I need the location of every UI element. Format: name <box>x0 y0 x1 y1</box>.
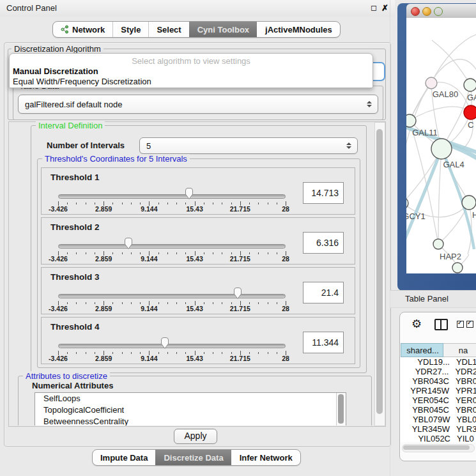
table-hscrollbar-thumb[interactable] <box>403 445 470 450</box>
tab-cyni-toolbox[interactable]: Cyni Toolbox <box>189 22 257 37</box>
tab-discretize-data[interactable]: Discretize Data <box>155 450 231 465</box>
network-edge[interactable] <box>438 149 441 244</box>
table-cell[interactable]: YLR345W <box>401 424 452 434</box>
network-node-gal11[interactable] <box>406 114 416 127</box>
checkbox-icon[interactable] <box>466 321 473 328</box>
tick-mark <box>204 252 204 254</box>
close-icon[interactable]: ✗ <box>381 3 388 13</box>
attribute-list-item[interactable]: SelfLoops <box>35 393 346 404</box>
slider-thumb[interactable] <box>184 188 194 200</box>
tick-label: 2.859 <box>95 205 112 213</box>
table-row[interactable]: YPR145WYPR1 <box>401 386 476 395</box>
tick-mark <box>185 203 186 204</box>
tab-style[interactable]: Style <box>112 22 148 37</box>
network-node-h[interactable] <box>462 196 476 210</box>
tick-label: 28 <box>282 305 289 312</box>
threshold-value-field[interactable]: 14.713 <box>303 182 344 204</box>
table-row[interactable]: YBR045CYBR0 <box>401 405 476 415</box>
table-cell[interactable]: YPR145W <box>401 386 452 395</box>
threshold-value-field[interactable]: 21.4 <box>303 282 344 303</box>
tab-select[interactable]: Select <box>148 22 188 37</box>
table-cell[interactable]: YBR0 <box>452 376 476 386</box>
table-cell[interactable]: YDR27... <box>401 367 451 376</box>
attributes-scrollbar-track[interactable] <box>336 393 345 426</box>
table-cell[interactable]: YLR3 <box>452 424 476 434</box>
zoom-traffic-light-icon[interactable] <box>434 7 443 16</box>
table-cell[interactable]: YIL052C <box>401 434 453 442</box>
dropdown-option-equal-width-frequency[interactable]: Equal Width/Frequency Discretization <box>13 77 151 86</box>
dropdown-option-manual-discretization[interactable]: Manual Discretization <box>13 66 98 76</box>
column-header-na[interactable]: na <box>443 343 476 357</box>
slider-thumb[interactable] <box>233 288 243 300</box>
attribute-list-item[interactable]: BetweennessCentrality <box>35 416 346 426</box>
slider-track[interactable] <box>58 294 286 298</box>
tick-mark <box>76 302 77 304</box>
minimize-traffic-light-icon[interactable] <box>422 7 431 16</box>
checkbox-icon[interactable] <box>457 321 464 328</box>
slider-track[interactable] <box>58 244 286 249</box>
gear-icon[interactable]: ⚙ <box>411 318 422 330</box>
table-cell[interactable]: YIL0 <box>453 434 474 442</box>
table-cell[interactable]: YPR1 <box>452 386 476 395</box>
table-row[interactable]: YBL079WYBL0 <box>401 415 476 424</box>
tab-impute-data[interactable]: Impute Data <box>93 450 155 465</box>
network-window-titlebar[interactable] <box>406 4 476 19</box>
table-cell[interactable]: YBL079W <box>401 415 452 424</box>
network-edge[interactable] <box>410 107 471 121</box>
attributes-scrollbar-thumb[interactable] <box>338 394 344 424</box>
table-cell[interactable]: YBL0 <box>452 415 476 424</box>
tick-mark <box>222 203 222 204</box>
tab-infer-network[interactable]: Infer Network <box>231 450 300 465</box>
network-edge[interactable] <box>432 40 470 85</box>
tab-jactivemnodules[interactable]: jActiveMNodules <box>257 22 340 37</box>
network-graph[interactable]: GAL80GACGAL11GAL4GCY1HHAP2 <box>406 18 476 273</box>
numerical-attributes-list[interactable]: SelfLoopsTopologicalCoefficientBetweenne… <box>35 392 346 426</box>
table-hscrollbar-track[interactable] <box>402 444 475 452</box>
table-cell[interactable]: YBR0 <box>452 405 476 415</box>
network-edge[interactable] <box>431 35 476 83</box>
float-window-icon[interactable]: ◻ <box>371 3 377 12</box>
network-node-ga[interactable] <box>464 79 476 91</box>
table-row[interactable]: YDL19...YDL1 <box>401 357 476 367</box>
number-of-intervals-combobox[interactable]: 5 <box>139 137 358 154</box>
settings-scrollbar-thumb[interactable] <box>376 129 383 414</box>
tick-mark <box>67 203 68 204</box>
network-view-canvas[interactable]: GAL80GACGAL11GAL4GCY1HHAP2 <box>406 18 476 273</box>
network-node-hap2[interactable] <box>433 239 443 249</box>
table-cell[interactable]: YDL19... <box>401 357 452 367</box>
threshold-sliders: Threshold 1-3.4262.8599.14415.4321.71528… <box>41 167 355 367</box>
tick-mark <box>122 302 123 304</box>
tick-mark <box>140 252 141 254</box>
threshold-value-field[interactable]: 6.316 <box>303 232 344 254</box>
tab-label: jActiveMNodules <box>265 25 332 35</box>
close-traffic-light-icon[interactable] <box>411 7 420 16</box>
table-row[interactable]: YLR345WYLR3 <box>401 424 476 434</box>
slider-thumb[interactable] <box>160 337 170 349</box>
table-cell[interactable]: YBR043C <box>401 376 452 386</box>
tick-mark <box>95 203 95 204</box>
slider-track[interactable] <box>58 194 286 199</box>
table-row[interactable]: YIL052CYIL0 <box>401 434 476 442</box>
table-cell[interactable]: YBR045C <box>401 405 452 415</box>
table-cell[interactable]: YDL1 <box>452 357 476 367</box>
network-node[interactable] <box>452 263 463 273</box>
tab-label: Discretize Data <box>164 453 223 463</box>
table-row[interactable]: YBR043CYBR0 <box>401 376 476 386</box>
table-cell[interactable]: YER054C <box>401 395 452 405</box>
apply-button[interactable]: Apply <box>174 429 217 444</box>
column-header-shared[interactable]: shared... <box>401 343 443 357</box>
threshold-value-field[interactable]: 11.344 <box>303 332 344 353</box>
attribute-list-item[interactable]: TopologicalCoefficient <box>35 404 346 416</box>
table-cell[interactable]: YDR2 <box>451 367 476 376</box>
table-row[interactable]: YER054CYER0 <box>401 395 476 405</box>
network-node-gal4[interactable] <box>431 139 452 159</box>
tab-network[interactable]: Network <box>53 22 112 37</box>
network-node-c[interactable] <box>464 105 476 119</box>
table-cell[interactable]: YER0 <box>452 395 476 405</box>
slider-thumb[interactable] <box>123 238 134 250</box>
table-row[interactable]: YDR27...YDR2 <box>401 367 476 376</box>
table-data-combobox[interactable]: galFiltered.sif default node <box>18 95 378 114</box>
network-node-gal80[interactable] <box>426 77 437 89</box>
slider-track[interactable] <box>58 344 286 348</box>
split-view-icon[interactable] <box>434 319 448 330</box>
